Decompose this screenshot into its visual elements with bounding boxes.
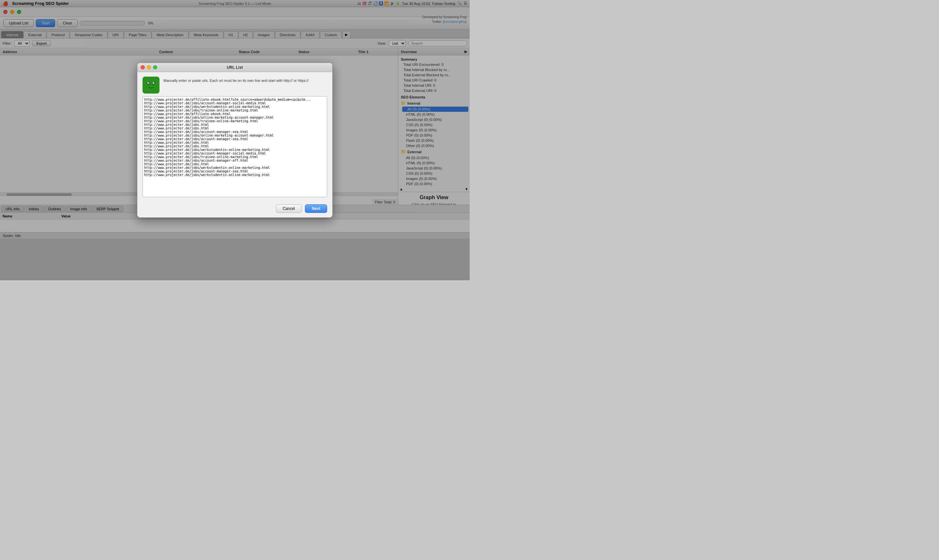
dialog-minimize-button[interactable] [147, 65, 151, 69]
url-textarea[interactable]: http://www.projecter.de/affiliate-ebook.… [142, 96, 327, 197]
dialog-logo-row: Manually enter or paste urls. Each url m… [142, 77, 327, 94]
dialog-body: Manually enter or paste urls. Each url m… [137, 72, 332, 201]
url-list-dialog: URL List Manua [137, 63, 333, 218]
modal-overlay: URL List Manua [0, 0, 470, 280]
dialog-maximize-button[interactable] [153, 65, 157, 69]
dialog-traffic-lights [140, 65, 157, 69]
svg-point-6 [154, 82, 154, 83]
frog-logo-svg [145, 78, 157, 92]
dialog-logo [142, 77, 159, 94]
dialog-title: URL List [227, 65, 243, 70]
cancel-button[interactable]: Cancel [276, 205, 302, 213]
dialog-footer: Cancel Next [137, 201, 332, 217]
dialog-instruction: Manually enter or paste urls. Each url m… [163, 77, 308, 83]
next-button[interactable]: Next [305, 205, 327, 213]
svg-point-5 [148, 82, 150, 83]
dialog-titlebar: URL List [137, 63, 332, 72]
dialog-close-button[interactable] [140, 65, 145, 69]
svg-point-0 [145, 79, 157, 91]
